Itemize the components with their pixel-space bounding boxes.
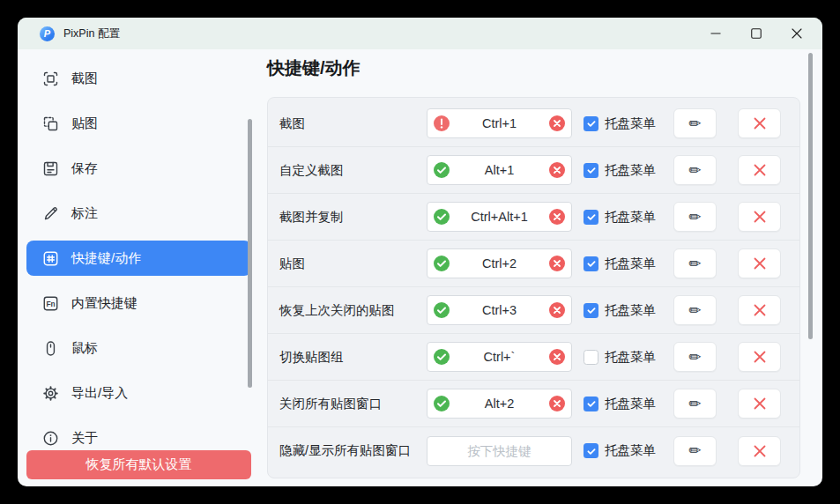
pencil-icon: ✏ (688, 116, 701, 131)
tray-menu-checkbox[interactable] (584, 210, 598, 225)
sidebar-item-label: 快捷键/动作 (71, 250, 141, 267)
hotkey-row: 截图 托盘菜单 ✏ (268, 100, 799, 147)
sidebar: 截图 贴图 保存 标注 快捷键/动作 Fn 内置快捷键 鼠标 导出/导入 关于 … (18, 49, 260, 486)
hotkey-input-wrap (427, 295, 572, 325)
window-title: PixPin 配置 (63, 26, 120, 41)
hotkey-input-wrap (427, 202, 572, 232)
action-label: 隐藏/显示所有贴图窗口 (279, 442, 427, 459)
save-icon (41, 159, 60, 178)
info-icon (41, 429, 60, 448)
clear-hotkey-icon[interactable] (549, 209, 565, 225)
sidebar-item-label: 截图 (71, 70, 98, 87)
fn-icon: Fn (41, 294, 60, 313)
tray-menu-option: 托盘菜单 (584, 302, 656, 319)
sidebar-item-pin[interactable]: 贴图 (26, 106, 251, 141)
sidebar-nav: 截图 贴图 保存 标注 快捷键/动作 Fn 内置快捷键 鼠标 导出/导入 关于 (26, 61, 251, 465)
edit-hotkey-button[interactable]: ✏ (673, 248, 717, 278)
tray-menu-label: 托盘菜单 (605, 162, 656, 179)
tray-menu-option: 托盘菜单 (584, 256, 656, 272)
mouse-icon (41, 339, 60, 358)
action-label: 截图 (279, 115, 427, 132)
hash-icon (41, 249, 60, 268)
hotkey-row: 贴图 托盘菜单 ✏ (268, 241, 799, 287)
delete-x-icon (753, 350, 767, 364)
delete-x-icon (753, 397, 767, 411)
tray-menu-option: 托盘菜单 (584, 115, 656, 132)
hotkey-input-wrap (427, 248, 572, 278)
delete-hotkey-button[interactable] (738, 108, 781, 138)
hotkey-panel: 截图 托盘菜单 ✏ 自定义截图 托盘菜单 ✏ 截图并复制 (267, 97, 800, 478)
sidebar-item-mouse[interactable]: 鼠标 (26, 330, 251, 366)
hotkey-input-wrap (427, 389, 572, 419)
hotkey-row: 隐藏/显示所有贴图窗口 托盘菜单 ✏ (268, 427, 799, 474)
delete-hotkey-button[interactable] (738, 248, 781, 278)
delete-x-icon (753, 444, 767, 458)
pencil-icon: ✏ (688, 350, 701, 365)
hotkey-input-wrap (427, 108, 572, 138)
sidebar-item-export-import[interactable]: 导出/导入 (26, 375, 251, 411)
clear-hotkey-icon[interactable] (549, 115, 565, 131)
edit-hotkey-button[interactable]: ✏ (673, 108, 717, 138)
pencil-icon: ✏ (688, 443, 701, 458)
edit-hotkey-button[interactable]: ✏ (673, 295, 717, 325)
tray-menu-label: 托盘菜单 (605, 209, 656, 226)
delete-hotkey-button[interactable] (738, 295, 781, 325)
sidebar-item-label: 保存 (71, 160, 98, 177)
clear-hotkey-icon[interactable] (549, 349, 565, 365)
close-button[interactable] (777, 18, 817, 49)
delete-hotkey-button[interactable] (738, 155, 781, 185)
minimize-button[interactable] (695, 18, 736, 49)
clear-hotkey-icon[interactable] (549, 302, 565, 318)
edit-hotkey-button[interactable]: ✏ (673, 342, 717, 372)
action-label: 切换贴图组 (279, 349, 427, 366)
tray-menu-label: 托盘菜单 (605, 442, 656, 459)
tray-menu-checkbox[interactable] (584, 163, 598, 178)
edit-hotkey-button[interactable]: ✏ (673, 202, 717, 232)
pixpin-config-window: P PixPin 配置 截图 贴图 保存 标注 快捷键/动作 Fn (18, 18, 822, 486)
clear-hotkey-icon[interactable] (549, 162, 565, 178)
delete-hotkey-button[interactable] (738, 436, 781, 466)
tray-menu-checkbox[interactable] (584, 116, 598, 131)
tray-menu-option: 托盘菜单 (584, 349, 656, 366)
clear-hotkey-icon[interactable] (549, 256, 565, 271)
tray-menu-checkbox[interactable] (584, 350, 598, 365)
pencil-icon: ✏ (688, 397, 701, 411)
hotkey-input[interactable] (427, 437, 571, 465)
pencil-icon (41, 204, 60, 223)
sidebar-item-label: 贴图 (71, 115, 98, 132)
hotkey-row: 自定义截图 托盘菜单 ✏ (268, 147, 799, 194)
delete-hotkey-button[interactable] (738, 202, 781, 232)
maximize-button[interactable] (736, 18, 777, 49)
tray-menu-checkbox[interactable] (584, 303, 598, 318)
sidebar-item-hotkeys[interactable]: 快捷键/动作 (26, 241, 251, 276)
sidebar-item-save[interactable]: 保存 (26, 151, 251, 186)
tray-menu-checkbox[interactable] (584, 256, 598, 271)
delete-hotkey-button[interactable] (738, 389, 781, 419)
clear-hotkey-icon[interactable] (549, 396, 565, 411)
tray-menu-checkbox[interactable] (584, 397, 598, 411)
sidebar-item-label: 内置快捷键 (71, 295, 138, 312)
sidebar-scrollbar-thumb[interactable] (248, 119, 252, 388)
action-label: 自定义截图 (279, 162, 427, 179)
minimize-icon (710, 28, 721, 39)
delete-x-icon (753, 116, 767, 130)
pixpin-logo-icon: P (40, 26, 55, 41)
close-icon (792, 28, 802, 39)
sidebar-item-builtin-hotkeys[interactable]: Fn 内置快捷键 (26, 285, 251, 321)
delete-x-icon (753, 210, 767, 224)
tray-menu-label: 托盘菜单 (605, 115, 656, 132)
tray-menu-checkbox[interactable] (584, 443, 598, 458)
sidebar-item-label: 关于 (71, 430, 98, 447)
sidebar-item-annotate[interactable]: 标注 (26, 196, 251, 231)
restore-defaults-button[interactable]: 恢复所有默认设置 (26, 450, 251, 479)
sidebar-item-label: 导出/导入 (71, 385, 128, 402)
edit-hotkey-button[interactable]: ✏ (673, 389, 717, 419)
maximize-icon (751, 28, 762, 39)
edit-hotkey-button[interactable]: ✏ (673, 155, 717, 185)
tray-menu-label: 托盘菜单 (605, 349, 656, 366)
tray-menu-option: 托盘菜单 (584, 209, 656, 226)
main-scrollbar-thumb[interactable] (808, 53, 813, 339)
edit-hotkey-button[interactable]: ✏ (673, 436, 717, 466)
sidebar-item-capture[interactable]: 截图 (26, 61, 251, 96)
delete-hotkey-button[interactable] (738, 342, 781, 372)
